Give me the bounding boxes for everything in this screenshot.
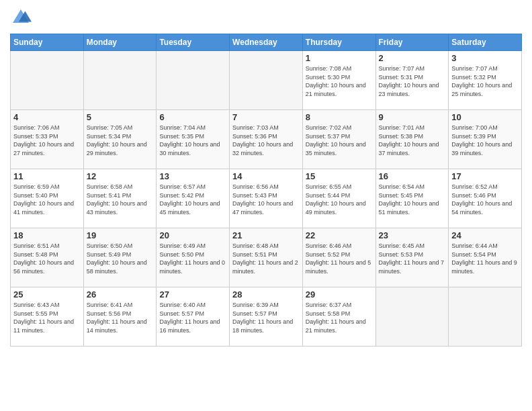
sunset-label: Sunset: 5:53 PM [379, 251, 424, 258]
header-wednesday: Wednesday [230, 34, 303, 51]
daylight-label: Daylight: 10 hours and 25 minutes. [451, 82, 512, 97]
day-info: Sunrise: 6:46 AM Sunset: 5:52 PM Dayligh… [306, 242, 373, 275]
sunrise-label: Sunrise: 6:39 AM [232, 302, 279, 308]
day-cell: 21 Sunrise: 6:48 AM Sunset: 5:51 PM Dayl… [230, 228, 303, 287]
day-info: Sunrise: 6:50 AM Sunset: 5:49 PM Dayligh… [87, 242, 154, 275]
logo [10, 7, 34, 28]
daylight-label: Daylight: 11 hours and 5 minutes. [306, 259, 371, 275]
sunrise-label: Sunrise: 6:44 AM [451, 242, 498, 249]
day-number: 16 [379, 171, 446, 181]
day-cell: 29 Sunrise: 6:37 AM Sunset: 5:58 PM Dayl… [302, 287, 375, 347]
header-thursday: Thursday [302, 34, 375, 51]
day-cell: 27 Sunrise: 6:40 AM Sunset: 5:57 PM Dayl… [157, 287, 230, 347]
sunrise-label: Sunrise: 7:01 AM [379, 124, 425, 131]
sunrise-label: Sunrise: 6:43 AM [13, 302, 60, 308]
day-cell: 9 Sunrise: 7:01 AM Sunset: 5:38 PM Dayli… [375, 110, 449, 169]
day-number: 26 [87, 289, 154, 300]
sunrise-label: Sunrise: 6:49 AM [159, 242, 206, 249]
daylight-label: Daylight: 10 hours and 43 minutes. [87, 200, 147, 216]
sunrise-label: Sunrise: 6:56 AM [232, 183, 279, 190]
sunrise-label: Sunrise: 7:07 AM [379, 65, 425, 72]
sunset-label: Sunset: 5:57 PM [232, 310, 277, 317]
header-row: SundayMondayTuesdayWednesdayThursdayFrid… [11, 34, 522, 51]
day-number: 19 [87, 230, 154, 240]
day-cell [375, 287, 449, 347]
day-cell [449, 287, 522, 347]
day-number: 10 [451, 112, 519, 122]
sunrise-label: Sunrise: 7:07 AM [451, 65, 498, 72]
day-info: Sunrise: 7:07 AM Sunset: 5:31 PM Dayligh… [379, 64, 446, 98]
sunrise-label: Sunrise: 6:37 AM [306, 302, 352, 308]
day-info: Sunrise: 6:44 AM Sunset: 5:54 PM Dayligh… [451, 242, 519, 275]
daylight-label: Daylight: 10 hours and 56 minutes. [13, 259, 74, 275]
day-cell: 22 Sunrise: 6:46 AM Sunset: 5:52 PM Dayl… [302, 228, 375, 287]
day-number: 15 [306, 171, 373, 181]
day-info: Sunrise: 6:41 AM Sunset: 5:56 PM Dayligh… [87, 301, 154, 334]
daylight-label: Daylight: 10 hours and 41 minutes. [13, 200, 74, 216]
daylight-label: Daylight: 10 hours and 39 minutes. [451, 141, 512, 156]
day-number: 22 [306, 230, 373, 240]
sunset-label: Sunset: 5:51 PM [232, 251, 277, 258]
sunrise-label: Sunrise: 6:55 AM [306, 183, 352, 190]
sunset-label: Sunset: 5:54 PM [451, 251, 496, 258]
day-info: Sunrise: 7:01 AM Sunset: 5:38 PM Dayligh… [379, 124, 446, 157]
sunset-label: Sunset: 5:57 PM [159, 310, 204, 317]
sunset-label: Sunset: 5:33 PM [13, 133, 58, 140]
sunrise-label: Sunrise: 6:41 AM [87, 302, 133, 308]
day-info: Sunrise: 7:03 AM Sunset: 5:36 PM Dayligh… [232, 124, 300, 157]
day-number: 5 [87, 112, 154, 122]
day-number: 17 [451, 171, 519, 181]
daylight-label: Daylight: 10 hours and 45 minutes. [159, 200, 220, 216]
daylight-label: Daylight: 10 hours and 54 minutes. [451, 200, 512, 216]
sunset-label: Sunset: 5:31 PM [379, 74, 424, 81]
header-monday: Monday [83, 34, 157, 51]
sunrise-label: Sunrise: 7:03 AM [232, 124, 279, 131]
day-number: 8 [306, 112, 373, 122]
daylight-label: Daylight: 10 hours and 32 minutes. [232, 141, 293, 156]
day-number: 29 [306, 289, 373, 300]
sunset-label: Sunset: 5:45 PM [379, 192, 424, 199]
daylight-label: Daylight: 10 hours and 29 minutes. [87, 141, 147, 156]
day-number: 13 [159, 171, 226, 181]
day-number: 3 [451, 53, 519, 63]
day-info: Sunrise: 6:51 AM Sunset: 5:48 PM Dayligh… [13, 242, 81, 275]
day-info: Sunrise: 6:48 AM Sunset: 5:51 PM Dayligh… [232, 242, 300, 275]
daylight-label: Daylight: 11 hours and 7 minutes. [379, 259, 445, 275]
daylight-label: Daylight: 11 hours and 16 minutes. [159, 318, 220, 334]
day-number: 4 [13, 112, 81, 122]
daylight-label: Daylight: 11 hours and 9 minutes. [451, 259, 517, 275]
day-cell: 23 Sunrise: 6:45 AM Sunset: 5:53 PM Dayl… [375, 228, 449, 287]
header-tuesday: Tuesday [157, 34, 230, 51]
sunrise-label: Sunrise: 6:57 AM [159, 183, 206, 190]
page-container: SundayMondayTuesdayWednesdayThursdayFrid… [0, 0, 532, 353]
day-cell [157, 51, 230, 110]
day-info: Sunrise: 7:02 AM Sunset: 5:37 PM Dayligh… [306, 124, 373, 157]
day-cell [11, 51, 84, 110]
day-info: Sunrise: 6:58 AM Sunset: 5:41 PM Dayligh… [87, 183, 154, 216]
day-number: 18 [13, 230, 81, 240]
sunset-label: Sunset: 5:32 PM [451, 74, 496, 81]
day-number: 24 [451, 230, 519, 240]
sunset-label: Sunset: 5:55 PM [13, 310, 58, 317]
day-info: Sunrise: 6:40 AM Sunset: 5:57 PM Dayligh… [159, 301, 226, 334]
sunset-label: Sunset: 5:58 PM [306, 310, 351, 317]
day-number: 23 [379, 230, 446, 240]
week-row-1: 4 Sunrise: 7:06 AM Sunset: 5:33 PM Dayli… [11, 110, 522, 169]
header-sunday: Sunday [11, 34, 84, 51]
daylight-label: Daylight: 10 hours and 27 minutes. [13, 141, 74, 156]
sunrise-label: Sunrise: 7:00 AM [451, 124, 498, 131]
day-cell: 24 Sunrise: 6:44 AM Sunset: 5:54 PM Dayl… [449, 228, 522, 287]
sunrise-label: Sunrise: 6:46 AM [306, 242, 352, 249]
day-number: 6 [159, 112, 226, 122]
sunrise-label: Sunrise: 6:54 AM [379, 183, 425, 190]
day-cell [83, 51, 157, 110]
sunrise-label: Sunrise: 7:05 AM [87, 124, 133, 131]
daylight-label: Daylight: 10 hours and 51 minutes. [379, 200, 439, 216]
daylight-label: Daylight: 10 hours and 47 minutes. [232, 200, 293, 216]
day-number: 1 [306, 53, 373, 63]
week-row-2: 11 Sunrise: 6:59 AM Sunset: 5:40 PM Dayl… [11, 169, 522, 228]
sunset-label: Sunset: 5:34 PM [87, 133, 132, 140]
sunset-label: Sunset: 5:39 PM [451, 133, 496, 140]
day-number: 12 [87, 171, 154, 181]
day-info: Sunrise: 6:43 AM Sunset: 5:55 PM Dayligh… [13, 301, 81, 334]
